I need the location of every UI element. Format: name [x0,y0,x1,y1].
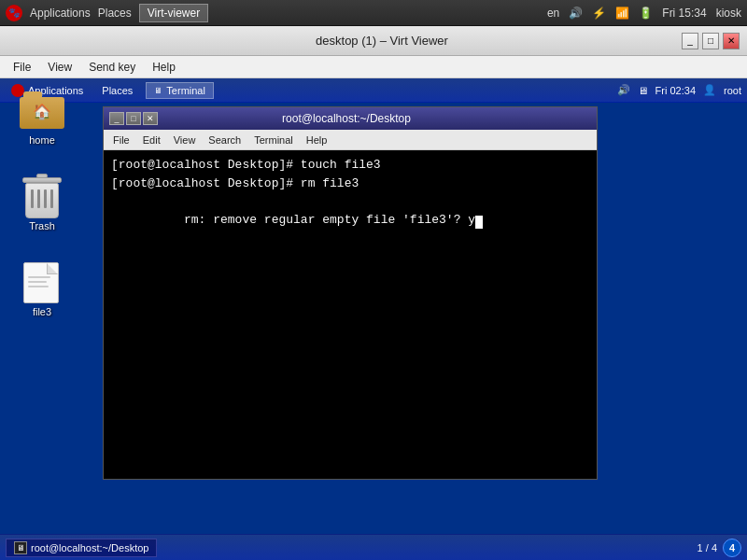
inner-taskbar-right: 🔊 🖥 Fri 02:34 👤 root [617,84,741,96]
trash-line [50,189,53,208]
term-menu-help[interactable]: Help [301,133,333,147]
file-image [20,259,64,304]
virt-menu-view[interactable]: View [40,59,79,76]
term-line-3-text: rm: remove regular empty file 'file3'? y [184,213,475,227]
file-line [28,276,50,278]
home-icon[interactable]: 🏠 home [9,88,75,146]
maximize-button[interactable]: □ [702,33,719,49]
terminal-window-controls: _ □ ✕ [109,112,158,125]
minimize-button[interactable]: _ [682,33,698,49]
term-close-btn[interactable]: ✕ [143,112,158,125]
inner-terminal-label: Terminal [166,85,205,96]
user-label: kiosk [716,7,741,20]
term-line-2: [root@localhost Desktop]# rm file3 [111,175,589,193]
terminal-titlebar: _ □ ✕ root@localhost:~/Desktop [104,107,597,130]
virt-menu-file[interactable]: File [6,59,38,76]
audio-icon: 🔊 [569,7,583,20]
virt-menu-sendkey[interactable]: Send key [81,59,143,76]
outer-taskbar-right: en 🔊 ⚡ 📶 🔋 Fri 15:34 kiosk [547,7,741,20]
trash-line [37,189,40,208]
trash-graphic [22,174,62,218]
term-maximize-btn[interactable]: □ [126,112,141,125]
folder-graphic: 🏠 [20,91,64,129]
terminal-body[interactable]: [root@localhost Desktop]# touch file3 [r… [104,150,597,479]
inner-audio-icon: 🔊 [617,84,630,96]
file3-icon[interactable]: file3 [9,259,75,317]
trash-line [44,189,47,208]
taskbar-term-icon: 🖥 [14,541,27,554]
outer-window-label[interactable]: Virt-viewer [139,4,208,22]
term-menu-terminal[interactable]: Terminal [248,133,299,147]
file-fold [47,263,58,274]
folder-body: 🏠 [20,97,64,129]
term-menu-edit[interactable]: Edit [137,133,166,147]
inner-terminal-btn[interactable]: 🖥 Terminal [146,82,214,99]
term-line-3: rm: remove regular empty file 'file3'? y [111,192,589,247]
file-graphic [23,260,61,303]
virt-titlebar: desktop (1) – Virt Viewer _ □ ✕ [0,26,747,56]
inner-pagination: 1 / 4 4 [698,539,741,557]
outer-top-taskbar: Applications Places Virt-viewer en 🔊 ⚡ 📶… [0,0,747,26]
wifi-icon: 📶 [615,7,629,20]
inner-taskbar-item-label: root@localhost:~/Desktop [31,542,148,553]
file3-label: file3 [33,306,51,317]
trash-line [31,189,34,208]
terminal-cursor [475,216,483,229]
trash-label: Trash [29,220,55,231]
virt-menu-bar: File View Send key Help [0,56,747,78]
trash-lines [26,184,58,214]
home-folder-image: 🏠 [20,88,64,133]
inner-user-icon: 👤 [703,84,716,96]
term-line-1: [root@localhost Desktop]# touch file3 [111,156,589,175]
term-menu-view[interactable]: View [168,133,202,147]
bluetooth-icon: ⚡ [592,7,606,20]
virt-window-controls: _ □ ✕ [682,33,740,49]
inner-taskbar-terminal-item[interactable]: 🖥 root@localhost:~/Desktop [6,539,157,557]
lang-indicator: en [547,7,559,20]
outer-taskbar-left: Applications Places Virt-viewer [6,4,208,22]
inner-clock: Fri 02:34 [655,85,696,96]
file-body [23,262,59,303]
term-minimize-btn[interactable]: _ [109,112,124,125]
close-button[interactable]: ✕ [723,33,740,49]
house-symbol: 🏠 [33,103,51,120]
term-menu-file[interactable]: File [107,133,135,147]
file-line [28,281,47,283]
inner-page-badge: 4 [723,539,741,557]
inner-bottom-taskbar: 🖥 root@localhost:~/Desktop 1 / 4 4 [0,534,747,560]
outer-places-menu[interactable]: Places [98,7,132,20]
term-menu-search[interactable]: Search [203,133,247,147]
inner-page-text: 1 / 4 [698,542,717,553]
virt-window-title: desktop (1) – Virt Viewer [82,34,682,48]
clock: Fri 15:34 [662,7,706,20]
trash-body [25,183,59,218]
fedora-icon [6,5,22,21]
file-line [28,286,49,287]
trash-image [20,174,64,218]
battery-icon: 🔋 [639,7,653,20]
inner-monitor-icon: 🖥 [638,85,648,96]
outer-applications-menu[interactable]: Applications [30,7,91,20]
vm-screen: Applications Places 🖥 Terminal 🔊 🖥 Fri 0… [0,78,747,560]
inner-user-label: root [724,85,741,96]
trash-icon[interactable]: Trash [9,174,75,231]
terminal-menu-bar: File Edit View Search Terminal Help [104,130,597,150]
inner-places-menu[interactable]: Places [96,83,138,98]
home-label: home [29,134,55,146]
inner-top-taskbar: Applications Places 🖥 Terminal 🔊 🖥 Fri 0… [0,78,747,103]
desktop-icons: 🏠 home [9,88,75,317]
virt-menu-help[interactable]: Help [145,59,183,76]
file-content-lines [28,276,50,287]
terminal-title-text: root@localhost:~/Desktop [158,112,535,125]
virt-viewer-window: desktop (1) – Virt Viewer _ □ ✕ File Vie… [0,26,747,560]
terminal-window: _ □ ✕ root@localhost:~/Desktop File Edit… [103,106,598,480]
